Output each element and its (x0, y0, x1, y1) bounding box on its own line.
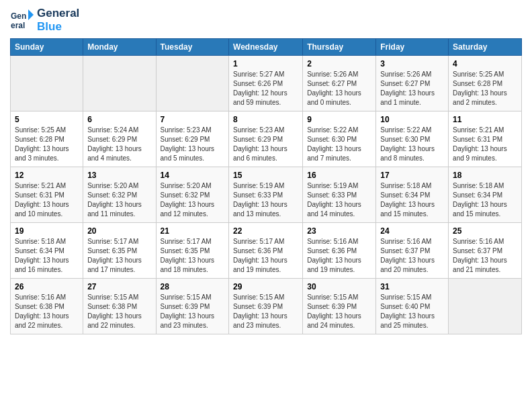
day-info: Sunrise: 5:26 AMSunset: 6:27 PMDaylight:… (307, 70, 371, 107)
day-number: 10 (380, 115, 444, 124)
day-number: 21 (161, 226, 225, 236)
day-number: 3 (380, 59, 444, 68)
day-cell: 25Sunrise: 5:16 AMSunset: 6:37 PMDayligh… (449, 223, 522, 279)
day-info: Sunrise: 5:16 AMSunset: 6:38 PMDaylight:… (15, 293, 79, 330)
day-cell: 6Sunrise: 5:24 AMSunset: 6:29 PMDaylight… (83, 111, 156, 167)
day-info: Sunrise: 5:26 AMSunset: 6:27 PMDaylight:… (380, 70, 444, 107)
day-cell: 2Sunrise: 5:26 AMSunset: 6:27 PMDaylight… (303, 56, 376, 111)
day-number: 23 (307, 226, 371, 236)
day-number: 2 (307, 59, 371, 68)
day-info: Sunrise: 5:17 AMSunset: 6:35 PMDaylight:… (161, 237, 225, 275)
calendar-header: SundayMondayTuesdayWednesdayThursdayFrid… (11, 39, 522, 56)
day-number: 28 (161, 282, 225, 291)
day-cell: 18Sunrise: 5:18 AMSunset: 6:34 PMDayligh… (449, 167, 522, 223)
day-cell (156, 56, 229, 111)
day-info: Sunrise: 5:16 AMSunset: 6:37 PMDaylight:… (380, 237, 444, 275)
day-cell: 1Sunrise: 5:27 AMSunset: 6:26 PMDaylight… (229, 56, 303, 111)
logo: Gen eral General Blue (10, 7, 79, 33)
weekday-header-friday: Friday (376, 39, 449, 56)
day-cell (449, 279, 522, 334)
weekday-header-sunday: Sunday (11, 39, 83, 56)
day-info: Sunrise: 5:23 AMSunset: 6:29 PMDaylight:… (161, 126, 225, 163)
day-cell: 11Sunrise: 5:21 AMSunset: 6:31 PMDayligh… (449, 111, 522, 167)
day-info: Sunrise: 5:21 AMSunset: 6:31 PMDaylight:… (453, 126, 517, 163)
week-row-5: 26Sunrise: 5:16 AMSunset: 6:38 PMDayligh… (11, 279, 522, 334)
day-info: Sunrise: 5:24 AMSunset: 6:29 PMDaylight:… (87, 126, 151, 163)
day-cell: 27Sunrise: 5:15 AMSunset: 6:38 PMDayligh… (83, 279, 156, 334)
day-info: Sunrise: 5:20 AMSunset: 6:32 PMDaylight:… (87, 181, 151, 219)
header: Gen eral General Blue (10, 7, 522, 33)
day-info: Sunrise: 5:27 AMSunset: 6:26 PMDaylight:… (233, 70, 298, 107)
day-info: Sunrise: 5:17 AMSunset: 6:35 PMDaylight:… (87, 237, 151, 275)
day-cell: 12Sunrise: 5:21 AMSunset: 6:31 PMDayligh… (11, 167, 83, 223)
day-cell: 31Sunrise: 5:15 AMSunset: 6:40 PMDayligh… (376, 279, 449, 334)
week-row-2: 5Sunrise: 5:25 AMSunset: 6:28 PMDaylight… (11, 111, 522, 167)
day-info: Sunrise: 5:22 AMSunset: 6:30 PMDaylight:… (307, 126, 371, 163)
week-row-3: 12Sunrise: 5:21 AMSunset: 6:31 PMDayligh… (11, 167, 522, 223)
weekday-header-monday: Monday (83, 39, 156, 56)
day-cell (11, 56, 83, 111)
weekday-header-wednesday: Wednesday (229, 39, 303, 56)
day-number: 31 (380, 282, 444, 291)
day-cell: 8Sunrise: 5:23 AMSunset: 6:29 PMDaylight… (229, 111, 303, 167)
day-info: Sunrise: 5:21 AMSunset: 6:31 PMDaylight:… (15, 181, 79, 219)
day-number: 1 (233, 59, 298, 68)
day-number: 17 (380, 171, 444, 180)
day-cell: 10Sunrise: 5:22 AMSunset: 6:30 PMDayligh… (376, 111, 449, 167)
week-row-1: 1Sunrise: 5:27 AMSunset: 6:26 PMDaylight… (11, 56, 522, 111)
day-info: Sunrise: 5:19 AMSunset: 6:33 PMDaylight:… (307, 181, 371, 219)
day-cell: 16Sunrise: 5:19 AMSunset: 6:33 PMDayligh… (303, 167, 376, 223)
day-info: Sunrise: 5:15 AMSunset: 6:39 PMDaylight:… (161, 293, 225, 330)
day-info: Sunrise: 5:20 AMSunset: 6:32 PMDaylight:… (161, 181, 225, 219)
day-info: Sunrise: 5:15 AMSunset: 6:39 PMDaylight:… (233, 293, 298, 330)
day-number: 20 (87, 226, 151, 236)
day-info: Sunrise: 5:25 AMSunset: 6:28 PMDaylight:… (453, 70, 517, 107)
day-number: 27 (87, 282, 151, 291)
weekday-header-row: SundayMondayTuesdayWednesdayThursdayFrid… (11, 39, 522, 56)
day-cell: 14Sunrise: 5:20 AMSunset: 6:32 PMDayligh… (156, 167, 229, 223)
svg-marker-2 (28, 9, 34, 20)
logo-blue: Blue (37, 20, 79, 34)
day-cell: 3Sunrise: 5:26 AMSunset: 6:27 PMDaylight… (376, 56, 449, 111)
day-cell (83, 56, 156, 111)
day-info: Sunrise: 5:25 AMSunset: 6:28 PMDaylight:… (15, 126, 79, 163)
day-number: 30 (307, 282, 371, 291)
day-number: 11 (453, 115, 517, 124)
day-cell: 20Sunrise: 5:17 AMSunset: 6:35 PMDayligh… (83, 223, 156, 279)
day-info: Sunrise: 5:16 AMSunset: 6:36 PMDaylight:… (307, 237, 371, 275)
day-number: 9 (307, 115, 371, 124)
day-info: Sunrise: 5:22 AMSunset: 6:30 PMDaylight:… (380, 126, 444, 163)
day-info: Sunrise: 5:17 AMSunset: 6:36 PMDaylight:… (233, 237, 298, 275)
svg-text:Gen: Gen (11, 11, 26, 21)
day-number: 26 (15, 282, 79, 291)
day-info: Sunrise: 5:19 AMSunset: 6:33 PMDaylight:… (233, 181, 298, 219)
day-number: 12 (15, 171, 79, 180)
day-info: Sunrise: 5:18 AMSunset: 6:34 PMDaylight:… (380, 181, 444, 219)
logo-svg: Gen eral (10, 8, 34, 32)
day-number: 24 (380, 226, 444, 236)
weekday-header-thursday: Thursday (303, 39, 376, 56)
day-number: 19 (15, 226, 79, 236)
day-number: 15 (233, 171, 298, 180)
calendar-table: SundayMondayTuesdayWednesdayThursdayFrid… (10, 38, 522, 334)
day-cell: 29Sunrise: 5:15 AMSunset: 6:39 PMDayligh… (229, 279, 303, 334)
logo-general: General (37, 7, 79, 20)
day-cell: 13Sunrise: 5:20 AMSunset: 6:32 PMDayligh… (83, 167, 156, 223)
weekday-header-saturday: Saturday (449, 39, 522, 56)
day-number: 8 (233, 115, 298, 124)
day-cell: 17Sunrise: 5:18 AMSunset: 6:34 PMDayligh… (376, 167, 449, 223)
calendar-body: 1Sunrise: 5:27 AMSunset: 6:26 PMDaylight… (11, 56, 522, 334)
day-cell: 28Sunrise: 5:15 AMSunset: 6:39 PMDayligh… (156, 279, 229, 334)
day-number: 25 (453, 226, 517, 236)
day-info: Sunrise: 5:15 AMSunset: 6:40 PMDaylight:… (380, 293, 444, 330)
day-number: 5 (15, 115, 79, 124)
day-info: Sunrise: 5:18 AMSunset: 6:34 PMDaylight:… (15, 237, 79, 275)
day-info: Sunrise: 5:18 AMSunset: 6:34 PMDaylight:… (453, 181, 517, 219)
day-cell: 9Sunrise: 5:22 AMSunset: 6:30 PMDaylight… (303, 111, 376, 167)
day-cell: 23Sunrise: 5:16 AMSunset: 6:36 PMDayligh… (303, 223, 376, 279)
day-number: 14 (161, 171, 225, 180)
day-cell: 22Sunrise: 5:17 AMSunset: 6:36 PMDayligh… (229, 223, 303, 279)
weekday-header-tuesday: Tuesday (156, 39, 229, 56)
day-number: 29 (233, 282, 298, 291)
day-cell: 7Sunrise: 5:23 AMSunset: 6:29 PMDaylight… (156, 111, 229, 167)
